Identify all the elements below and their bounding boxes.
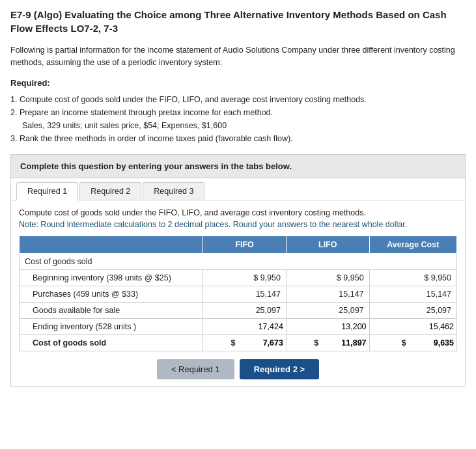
tab-instruction: Compute cost of goods sold under the FIF…	[19, 207, 457, 219]
tab-required-3[interactable]: Required 3	[143, 182, 204, 200]
lifo-val-0: 9,950	[343, 273, 363, 282]
page-title: E7-9 (Algo) Evaluating the Choice among …	[10, 8, 466, 35]
avg-val-2: 25,097	[427, 306, 451, 315]
col-header-lifo: LIFO	[286, 236, 369, 254]
col-header-label	[20, 236, 203, 254]
req-text-3: Rank the three methods in order of incom…	[20, 134, 293, 143]
row-label-0: Beginning inventory (398 units @ $25)	[20, 270, 203, 286]
avg-dollar-4: $	[402, 338, 406, 347]
tab-required-2[interactable]: Required 2	[79, 182, 141, 200]
section-header-row: Cost of goods sold	[20, 254, 457, 270]
row-label-3: Ending inventory (528 units )	[20, 319, 203, 335]
cogs-table: FIFO LIFO Average Cost Cost of goods sol…	[19, 236, 457, 351]
fifo-input-4[interactable]	[238, 338, 283, 347]
table-row: Cost of goods sold $ $ $	[20, 335, 457, 351]
row-avg-4[interactable]: $	[369, 335, 456, 351]
row-fifo-0: $ 9,950	[203, 270, 287, 286]
tabs-row: Required 1 Required 2 Required 3	[11, 178, 465, 200]
avg-val-0: 9,950	[431, 273, 451, 282]
avg-val-1: 15,147	[427, 290, 451, 299]
lifo-input-3[interactable]	[321, 322, 367, 331]
row-avg-2: 25,097	[369, 303, 456, 319]
col-header-fifo: FIFO	[203, 236, 287, 254]
fifo-dollar-4: $	[231, 338, 235, 347]
fifo-val-1: 15,147	[256, 290, 281, 299]
tab-note: Note: Round intermediate calculations to…	[19, 220, 457, 229]
table-row: Goods available for sale 25,097 25,097 2…	[20, 303, 457, 319]
row-label-1: Purchases (459 units @ $33)	[20, 286, 203, 303]
row-fifo-1: 15,147	[203, 286, 287, 303]
req-text-2b: Sales, 329 units; unit sales price, $54;…	[22, 121, 227, 130]
tabs-container: Required 1 Required 2 Required 3 Compute…	[10, 178, 466, 387]
lifo-dollar-4: $	[314, 338, 318, 347]
complete-box: Complete this question by entering your …	[10, 154, 466, 178]
req-num-2: 2.	[10, 108, 20, 117]
row-label-4: Cost of goods sold	[20, 335, 203, 351]
fifo-val-2: 25,097	[256, 306, 281, 315]
req-num-3: 3.	[10, 134, 20, 143]
description: Following is partial information for the…	[10, 44, 466, 69]
avg-input-4[interactable]	[408, 338, 454, 347]
row-fifo-2: 25,097	[203, 303, 287, 319]
avg-input-3[interactable]	[408, 322, 454, 331]
req-num-1: 1.	[10, 95, 20, 104]
requirements-list: 1. Compute cost of goods sold under the …	[10, 93, 466, 145]
row-avg-0: $ 9,950	[369, 270, 456, 286]
fifo-input-3[interactable]	[238, 322, 283, 331]
row-avg-3[interactable]	[369, 319, 456, 335]
row-fifo-3[interactable]	[203, 319, 287, 335]
row-fifo-4[interactable]: $	[203, 335, 287, 351]
table-row: Purchases (459 units @ $33) 15,147 15,14…	[20, 286, 457, 303]
section-header-label: Cost of goods sold	[20, 254, 457, 270]
req-text-1: Compute cost of goods sold under the FIF…	[20, 95, 367, 104]
row-label-2: Goods available for sale	[20, 303, 203, 319]
nav-buttons: < Required 1 Required 2 >	[19, 351, 457, 386]
row-lifo-3[interactable]	[286, 319, 369, 335]
lifo-val-2: 25,097	[339, 306, 363, 315]
required-label: Required:	[10, 78, 466, 88]
row-lifo-0: $ 9,950	[286, 270, 369, 286]
lifo-val-1: 15,147	[339, 290, 363, 299]
tab-content: Compute cost of goods sold under the FIF…	[11, 200, 465, 387]
req-text-2: Prepare an income statement through pret…	[20, 108, 273, 117]
lifo-input-4[interactable]	[321, 338, 367, 347]
table-row: Ending inventory (528 units )	[20, 319, 457, 335]
fifo-val-0: 9,950	[260, 273, 281, 282]
prev-button[interactable]: < Required 1	[157, 359, 234, 379]
col-header-avg: Average Cost	[369, 236, 456, 254]
lifo-dollar-0: $	[337, 273, 341, 282]
tab-required-1[interactable]: Required 1	[16, 182, 78, 200]
fifo-dollar-0: $	[253, 273, 258, 282]
next-button[interactable]: Required 2 >	[240, 359, 319, 379]
row-lifo-4[interactable]: $	[286, 335, 369, 351]
table-row: Beginning inventory (398 units @ $25) $ …	[20, 270, 457, 286]
avg-dollar-0: $	[424, 273, 428, 282]
row-avg-1: 15,147	[369, 286, 456, 303]
row-lifo-1: 15,147	[286, 286, 369, 303]
row-lifo-2: 25,097	[286, 303, 369, 319]
